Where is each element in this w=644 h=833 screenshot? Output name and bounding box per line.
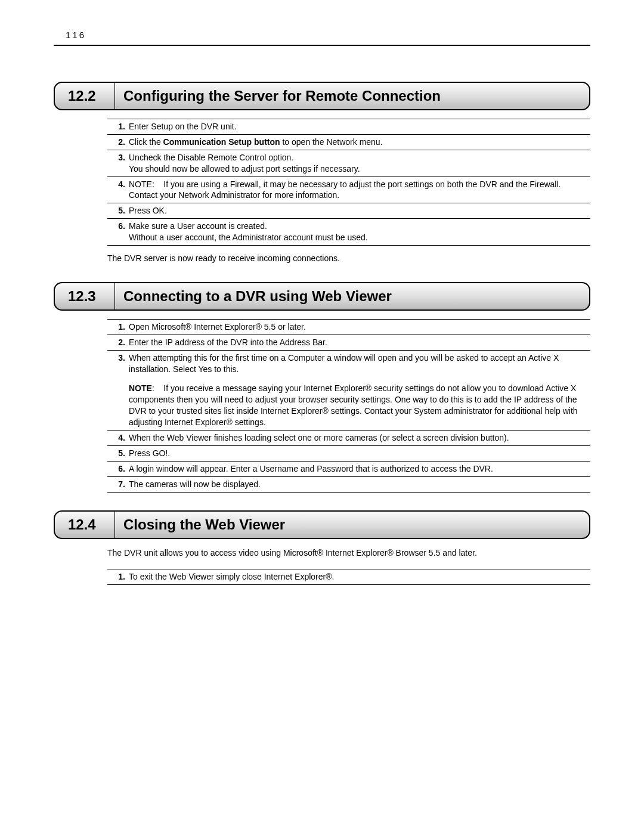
step-row: 5.Press OK. xyxy=(107,203,590,219)
section-title: Closing the Web Viewer xyxy=(115,512,293,538)
step-text: Enter the IP address of the DVR into the… xyxy=(129,337,589,348)
section: 12.2Configuring the Server for Remote Co… xyxy=(54,82,590,264)
step-number: 1. xyxy=(109,121,129,132)
step-text: When the Web Viewer finishes loading sel… xyxy=(129,432,589,444)
step-text: Make sure a User account is created.With… xyxy=(129,221,589,243)
step-row: 5.Press GO!. xyxy=(107,446,590,462)
section: 12.4Closing the Web ViewerThe DVR unit a… xyxy=(54,510,590,586)
section-body: The DVR unit allows you to access video … xyxy=(107,547,590,586)
section-body: 1.Enter Setup on the DVR unit.2.Click th… xyxy=(107,119,590,264)
page: 116 12.2Configuring the Server for Remot… xyxy=(0,0,644,633)
step-number: 7. xyxy=(109,479,129,490)
section: 12.3Connecting to a DVR using Web Viewer… xyxy=(54,282,590,493)
step-row: 1.To exit the Web Viewer simply close In… xyxy=(107,569,590,585)
section-intro-text: The DVR unit allows you to access video … xyxy=(107,547,590,559)
step-row: 2.Enter the IP address of the DVR into t… xyxy=(107,335,590,351)
header-rule xyxy=(54,45,590,46)
step-row: 4.NOTE: If you are using a Firewall, it … xyxy=(107,177,590,204)
section-header: 12.4Closing the Web Viewer xyxy=(54,510,590,539)
step-number: 4. xyxy=(109,179,129,202)
step-row: 1.Enter Setup on the DVR unit. xyxy=(107,119,590,135)
step-row: 2.Click the Communication Setup button t… xyxy=(107,135,590,150)
step-row: 4.When the Web Viewer finishes loading s… xyxy=(107,431,590,446)
step-number: 6. xyxy=(109,221,129,243)
step-row: 3.Uncheck the Disable Remote Control opt… xyxy=(107,150,590,177)
section-header: 12.2Configuring the Server for Remote Co… xyxy=(54,82,590,110)
step-row: 7.The cameras will now be displayed. xyxy=(107,477,590,493)
section-body: 1.Open Microsoft® Internet Explorer® 5.5… xyxy=(107,319,590,493)
section-number: 12.4 xyxy=(55,512,115,538)
step-text: Press GO!. xyxy=(129,448,589,459)
section-title: Connecting to a DVR using Web Viewer xyxy=(115,283,400,309)
section-number: 12.3 xyxy=(55,283,115,309)
page-number: 116 xyxy=(66,30,590,40)
section-title: Configuring the Server for Remote Connec… xyxy=(115,83,449,109)
section-number: 12.2 xyxy=(55,83,115,109)
step-row: 6.Make sure a User account is created.Wi… xyxy=(107,219,590,246)
steps-list: 1.To exit the Web Viewer simply close In… xyxy=(107,569,590,585)
step-text: The cameras will now be displayed. xyxy=(129,479,589,490)
step-number: 5. xyxy=(109,448,129,459)
section-header: 12.3Connecting to a DVR using Web Viewer xyxy=(54,282,590,311)
step-number: 5. xyxy=(109,205,129,216)
steps-list: 1.Enter Setup on the DVR unit.2.Click th… xyxy=(107,119,590,246)
step-number: 3. xyxy=(109,152,129,175)
step-row: 6.A login window will appear. Enter a Us… xyxy=(107,462,590,477)
section-after-text: The DVR server is now ready to receive i… xyxy=(107,253,590,264)
step-text: Uncheck the Disable Remote Control optio… xyxy=(129,152,589,175)
step-row: 1.Open Microsoft® Internet Explorer® 5.5… xyxy=(107,320,590,335)
step-text: Press OK. xyxy=(129,205,589,216)
step-text: A login window will appear. Enter a User… xyxy=(129,463,589,475)
step-number: 2. xyxy=(109,337,129,348)
step-number: 3. xyxy=(109,352,129,428)
steps-list: 1.Open Microsoft® Internet Explorer® 5.5… xyxy=(107,319,590,493)
step-text: Enter Setup on the DVR unit. xyxy=(129,121,589,132)
step-number: 1. xyxy=(109,571,129,583)
step-number: 1. xyxy=(109,321,129,333)
step-number: 4. xyxy=(109,432,129,444)
step-text: When attempting this for the first time … xyxy=(129,352,589,428)
step-text: To exit the Web Viewer simply close Inte… xyxy=(129,571,589,583)
step-text: Open Microsoft® Internet Explorer® 5.5 o… xyxy=(129,321,589,333)
step-number: 2. xyxy=(109,137,129,148)
step-number: 6. xyxy=(109,463,129,475)
step-text: NOTE: If you are using a Firewall, it ma… xyxy=(129,179,589,202)
step-text: Click the Communication Setup button to … xyxy=(129,137,589,148)
step-row: 3.When attempting this for the first tim… xyxy=(107,351,590,431)
